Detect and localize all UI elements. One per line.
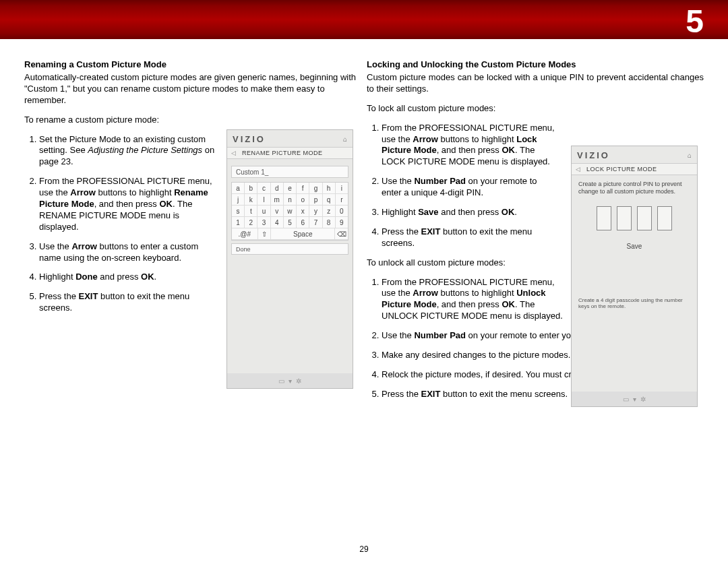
- kb-key[interactable]: o: [297, 194, 309, 206]
- figure-titlebar: ◁ RENAME PICTURE MODE: [227, 147, 353, 159]
- figure-footer: ▭ ▾ ✲: [572, 392, 697, 406]
- kb-key[interactable]: y: [309, 206, 322, 217]
- kb-key[interactable]: p: [309, 194, 322, 206]
- home-icon[interactable]: ⌂: [688, 152, 692, 159]
- footer-icon-down[interactable]: ▾: [289, 377, 292, 385]
- lock-step-1: From the PROFESSIONAL PICTURE menu, use …: [382, 123, 555, 168]
- kb-key[interactable]: e: [284, 183, 297, 194]
- rename-step-1: Set the Picture Mode to an existing cust…: [39, 134, 221, 168]
- kb-key[interactable]: 8: [323, 217, 336, 228]
- unlock-step-1: From the PROFESSIONAL PICTURE menu, use …: [382, 277, 570, 323]
- kb-key-symbols[interactable]: .@#: [232, 228, 258, 240]
- done-button[interactable]: Done: [231, 243, 348, 255]
- kb-key-shift[interactable]: ⇧: [258, 228, 272, 240]
- kb-key[interactable]: b: [245, 183, 257, 194]
- kb-key[interactable]: m: [271, 194, 284, 206]
- kb-key[interactable]: j: [232, 194, 245, 206]
- figure-lock: VIZIO ⌂ ◁ LOCK PICTURE MODE Create a pic…: [571, 146, 698, 407]
- back-icon[interactable]: ◁: [576, 166, 582, 173]
- kb-key[interactable]: l: [257, 194, 270, 206]
- rename-steps: Set the Picture Mode to an existing cust…: [24, 134, 221, 315]
- kb-key[interactable]: c: [257, 183, 270, 194]
- kb-key[interactable]: h: [323, 183, 336, 194]
- save-button[interactable]: Save: [572, 243, 697, 250]
- chapter-number: 5: [686, 3, 704, 40]
- kb-key[interactable]: f: [297, 183, 309, 194]
- lock-steps: From the PROFESSIONAL PICTURE menu, use …: [367, 123, 555, 249]
- kb-key[interactable]: 4: [271, 217, 284, 228]
- kb-key[interactable]: 1: [232, 217, 245, 228]
- name-input[interactable]: Custom 1_: [231, 166, 348, 178]
- kb-row-1: abcdefghi: [232, 183, 348, 194]
- kb-key[interactable]: 7: [309, 217, 322, 228]
- pin-helper-text: Create a 4 digit passcode using the numb…: [572, 297, 697, 310]
- kb-row-4: 123456789: [232, 217, 348, 228]
- rename-step-3: Use the Arrow buttons to enter a custom …: [39, 241, 221, 264]
- kb-key[interactable]: d: [271, 183, 284, 194]
- figure-footer: ▭ ▾ ✲: [227, 373, 353, 388]
- lock-step-3: Highlight Save and then press OK.: [382, 207, 555, 218]
- kb-key[interactable]: r: [336, 194, 348, 206]
- lock-lead: To lock all custom picture modes:: [367, 103, 555, 115]
- figure-title: LOCK PICTURE MODE: [586, 166, 657, 173]
- kb-key[interactable]: v: [271, 206, 284, 217]
- kb-key[interactable]: w: [284, 206, 297, 217]
- figure-rename: VIZIO ⌂ ◁ RENAME PICTURE MODE Custom 1_ …: [226, 129, 353, 389]
- back-icon[interactable]: ◁: [231, 150, 238, 156]
- rename-heading: Renaming a Custom Picture Mode: [24, 59, 361, 69]
- kb-key[interactable]: x: [297, 206, 309, 217]
- kb-key[interactable]: 5: [284, 217, 297, 228]
- rename-step-2: From the PROFESSIONAL PICTURE menu, use …: [39, 176, 221, 232]
- lock-step-2: Use the Number Pad on your remote to ent…: [382, 176, 555, 199]
- on-screen-keyboard: abcdefghi jklmnopqr stuvwxyz0 123456789 …: [231, 182, 348, 241]
- home-icon[interactable]: ⌂: [343, 135, 347, 143]
- kb-key[interactable]: s: [232, 206, 245, 217]
- kb-row-2: jklmnopqr: [232, 194, 348, 206]
- kb-key-space[interactable]: Space: [271, 228, 335, 240]
- figure-header: VIZIO ⌂: [227, 130, 353, 147]
- kb-key[interactable]: z: [323, 206, 336, 217]
- figure-title: RENAME PICTURE MODE: [242, 150, 323, 156]
- rename-step-5: Press the EXIT button to exit the menu s…: [39, 291, 221, 314]
- rename-lead: To rename a custom picture mode:: [24, 115, 221, 126]
- footer-icon-gear[interactable]: ✲: [640, 396, 646, 403]
- kb-key[interactable]: 6: [297, 217, 309, 228]
- rename-intro: Automatically-created custom picture mod…: [24, 72, 361, 106]
- pin-digit-3[interactable]: [637, 206, 652, 230]
- figure-header: VIZIO ⌂: [572, 146, 697, 163]
- chapter-banner: 5: [0, 0, 728, 39]
- lock-heading: Locking and Unlocking the Custom Picture…: [367, 59, 704, 69]
- kb-key[interactable]: t: [245, 206, 257, 217]
- kb-key[interactable]: q: [323, 194, 336, 206]
- rename-step-4: Highlight Done and press OK.: [39, 272, 221, 283]
- kb-key[interactable]: 0: [336, 206, 348, 217]
- page-number: 29: [359, 544, 368, 554]
- footer-icon-screen[interactable]: ▭: [623, 396, 629, 403]
- kb-key[interactable]: n: [284, 194, 297, 206]
- pin-digit-4[interactable]: [657, 206, 672, 230]
- kb-key[interactable]: k: [245, 194, 257, 206]
- pin-digit-1[interactable]: [597, 206, 611, 230]
- kb-key[interactable]: i: [336, 183, 348, 194]
- kb-key-backspace[interactable]: ⌫: [335, 228, 348, 240]
- vizio-logo: VIZIO: [577, 150, 610, 160]
- lock-step-4: Press the EXIT button to exit the menu s…: [382, 226, 555, 249]
- vizio-logo: VIZIO: [233, 134, 266, 144]
- kb-key[interactable]: 2: [245, 217, 257, 228]
- pin-input[interactable]: [572, 206, 697, 230]
- lock-description: Create a picture control PIN to prevent …: [572, 175, 697, 201]
- kb-key[interactable]: 9: [336, 217, 348, 228]
- kb-key[interactable]: 3: [257, 217, 270, 228]
- kb-key[interactable]: a: [232, 183, 245, 194]
- kb-key[interactable]: u: [257, 206, 270, 217]
- figure-titlebar: ◁ LOCK PICTURE MODE: [572, 163, 697, 175]
- kb-row-3: stuvwxyz0: [232, 206, 348, 217]
- footer-icon-screen[interactable]: ▭: [278, 377, 284, 385]
- footer-icon-gear[interactable]: ✲: [296, 377, 301, 385]
- kb-row-5: .@# ⇧ Space ⌫: [232, 228, 348, 240]
- kb-key[interactable]: g: [309, 183, 322, 194]
- footer-icon-down[interactable]: ▾: [633, 396, 636, 403]
- lock-intro: Custom picture modes can be locked with …: [367, 72, 704, 95]
- pin-digit-2[interactable]: [617, 206, 632, 230]
